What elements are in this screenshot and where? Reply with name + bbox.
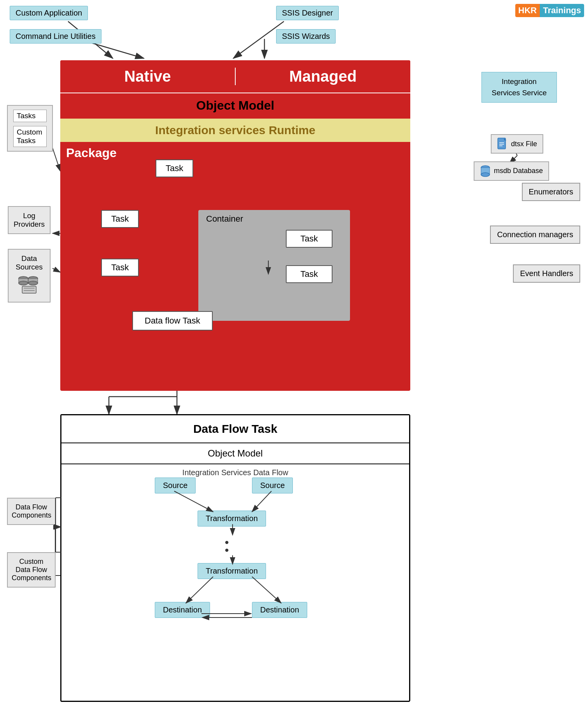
object-model-text: Object Model xyxy=(60,95,410,116)
hkr-logo: HKR Trainings xyxy=(515,4,584,17)
file-icon xyxy=(497,137,508,150)
runtime-text: Integration services Runtime xyxy=(155,124,315,137)
custom-application-label: Custom Application xyxy=(10,6,88,20)
event-handlers-label: Event Handlers xyxy=(520,269,573,278)
custom-data-flow-components-label: Custom Data Flow Components xyxy=(12,558,51,582)
data-sources-icon xyxy=(18,274,41,295)
data-flow-object-model: Object Model xyxy=(61,443,409,464)
managed-section: Managed xyxy=(236,68,410,85)
custom-data-flow-components-box: Custom Data Flow Components xyxy=(7,552,56,588)
svg-line-57 xyxy=(252,491,271,512)
data-flow-task-red: Data flow Task xyxy=(132,311,213,331)
svg-point-43 xyxy=(28,281,38,285)
svg-line-60 xyxy=(186,577,213,603)
ssis-wizards-label: SSIS Wizards xyxy=(276,29,336,44)
hkr-text: HKR xyxy=(515,4,540,17)
dtsx-file-box: dtsx File xyxy=(491,134,543,154)
trainings-text: Trainings xyxy=(540,4,584,17)
runtime-bar: Integration services Runtime xyxy=(60,119,410,142)
source1-box: Source xyxy=(155,478,196,493)
command-line-label: Command Line Utilities xyxy=(10,29,102,44)
transformation2-box: Transformation xyxy=(198,563,266,579)
tasks-label: Tasks xyxy=(13,110,47,122)
data-sources-label: Data Sources xyxy=(13,254,45,271)
native-managed-bar: Native Managed xyxy=(60,60,410,93)
container-task2: Task xyxy=(286,265,332,283)
svg-point-54 xyxy=(481,173,490,177)
enumerators-label: Enumerators xyxy=(529,187,574,196)
task-bottom-left: Task xyxy=(101,259,139,276)
container-label: Container xyxy=(198,210,350,228)
source2-box: Source xyxy=(252,478,293,493)
data-flow-title: Data Flow Task xyxy=(61,415,409,443)
log-providers-box: Log Providers xyxy=(8,206,51,234)
container-inner-arrow xyxy=(253,261,284,276)
svg-rect-44 xyxy=(22,286,36,293)
tasks-custom-tasks-box: Tasks Custom Tasks xyxy=(7,105,53,152)
db-icon xyxy=(480,164,491,178)
log-providers-label: Log Providers xyxy=(13,212,45,229)
svg-line-56 xyxy=(174,491,213,512)
event-handlers-box: Event Handlers xyxy=(513,264,580,283)
task-mid-left: Task xyxy=(101,210,139,228)
data-flow-components-box: Data Flow Components xyxy=(7,498,56,525)
integration-services-service-label: Integration Services Service xyxy=(488,76,550,98)
svg-line-61 xyxy=(252,577,281,603)
data-flow-section: Data Flow Task Object Model Integration … xyxy=(60,414,410,702)
dtsx-label: dtsx File xyxy=(511,140,537,148)
connection-managers-label: Connection managers xyxy=(497,230,573,239)
svg-line-8 xyxy=(52,268,60,272)
dots2: • xyxy=(225,544,229,557)
ssis-designer-label: SSIS Designer xyxy=(276,6,339,20)
container-task1: Task xyxy=(286,230,332,248)
enumerators-box: Enumerators xyxy=(522,183,581,201)
data-sources-box: Data Sources xyxy=(8,249,51,303)
data-flow-components-label: Data Flow Components xyxy=(12,503,51,519)
integration-services-data-flow: Integration Services Data Flow xyxy=(61,464,409,481)
diagram-container: HKR Trainings Custom Application Command… xyxy=(0,0,588,726)
destination2-box: Destination xyxy=(252,602,307,618)
destination1-box: Destination xyxy=(155,602,210,618)
msdb-label: msdb Database xyxy=(494,166,543,175)
connection-managers-box: Connection managers xyxy=(490,226,580,244)
transformation1-box: Transformation xyxy=(198,511,266,527)
native-section: Native xyxy=(60,68,236,85)
task-top: Task xyxy=(156,159,193,177)
msdb-box: msdb Database xyxy=(474,161,549,181)
integration-services-service-box: Integration Services Service xyxy=(481,72,557,103)
package-label: Package xyxy=(66,146,117,160)
svg-line-6 xyxy=(52,148,60,171)
container-box: Container Task Task xyxy=(198,210,350,321)
custom-tasks-label: Custom Tasks xyxy=(13,126,47,147)
svg-point-40 xyxy=(19,281,28,285)
